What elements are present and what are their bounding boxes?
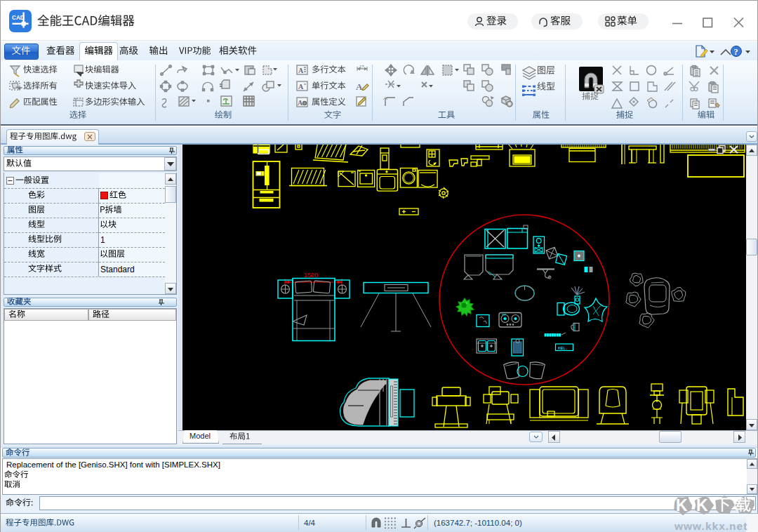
svg-text:KBL.: KBL. bbox=[558, 346, 568, 351]
svg-text:A: A bbox=[298, 99, 303, 107]
svg-text:A: A bbox=[298, 67, 304, 74]
svg-text:’: ’ bbox=[274, 162, 275, 167]
svg-text:K: K bbox=[696, 496, 708, 514]
svg-text:1500: 1500 bbox=[304, 272, 318, 279]
svg-text:A: A bbox=[356, 81, 363, 92]
svg-text:K: K bbox=[676, 496, 688, 514]
svg-text:1?: 1? bbox=[359, 65, 364, 69]
svg-text:www.kkx.net: www.kkx.net bbox=[674, 520, 747, 532]
svg-text:A: A bbox=[298, 83, 304, 91]
svg-text:CAD: CAD bbox=[12, 15, 25, 21]
svg-text:?: ? bbox=[734, 47, 738, 57]
